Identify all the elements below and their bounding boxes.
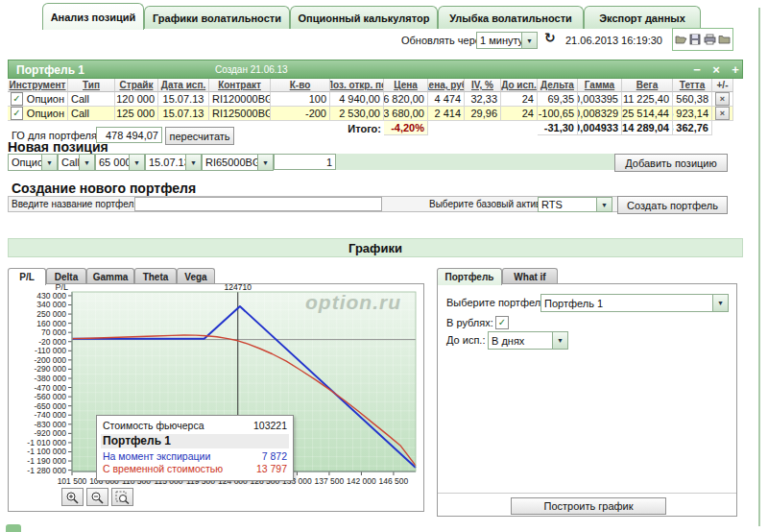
- totals-gamma: -0,004933: [578, 121, 622, 135]
- col-header-open-at[interactable]: Поз. откр. по: [330, 79, 384, 92]
- chevron-down-icon: ▼: [185, 155, 201, 170]
- chart-tab-vega[interactable]: Vega: [177, 268, 215, 284]
- svg-text:-920 000: -920 000: [34, 428, 66, 438]
- new-position-strike-select[interactable]: 65 000▼: [95, 154, 145, 171]
- chevron-down-icon: ▼: [257, 155, 273, 170]
- create-portfolio-button[interactable]: Создать портфель: [617, 196, 728, 214]
- base-asset-select[interactable]: RTS▼: [538, 197, 612, 212]
- save-icon[interactable]: [689, 34, 701, 45]
- options-analysis-page: Анализ позиций Графики волатильности Опц…: [0, 0, 768, 532]
- tab-data-export[interactable]: Экспорт данных: [584, 6, 701, 29]
- col-header-delta[interactable]: Дельта: [538, 79, 578, 92]
- portfolio-title: Портфель 1: [16, 63, 84, 77]
- tab-label: Экспорт данных: [599, 12, 685, 24]
- expiration-pl-label: На момент экспирации: [103, 450, 210, 463]
- add-position-button[interactable]: Добавить позицию: [614, 154, 728, 172]
- collapse-portfolio-button[interactable]: −: [688, 61, 706, 78]
- right-tab-whatif[interactable]: What if: [502, 268, 558, 284]
- col-header-qty[interactable]: К-во: [271, 79, 330, 92]
- portfolio-name-input[interactable]: [134, 197, 382, 211]
- cell-iv: 29,96: [465, 107, 501, 121]
- cell-price: 3 680,00: [384, 107, 428, 121]
- recalculate-button[interactable]: пересчитать: [165, 127, 234, 145]
- file-toolbar: [672, 28, 733, 51]
- cell-price-rub: 2 414: [428, 107, 465, 121]
- col-header-theta[interactable]: Тетта: [673, 79, 712, 92]
- table-header-row: Инструмент Тип Страйк Дата исп. Контракт…: [8, 79, 733, 92]
- add-portfolio-button[interactable]: +: [727, 61, 744, 78]
- refresh-interval-value: 1 минуту: [477, 35, 521, 46]
- chart-tab-gamma[interactable]: Gamma: [86, 268, 134, 284]
- new-position-expdate-select[interactable]: 15.07.13M▼: [145, 154, 202, 171]
- base-asset-label: Выберите базовый актив: [429, 199, 540, 209]
- col-header-exp-date[interactable]: Дата исп.: [158, 79, 209, 92]
- tab-option-calculator[interactable]: Опционный калькулятор: [290, 6, 438, 29]
- right-tab-portfolio[interactable]: Портфель: [437, 268, 502, 285]
- svg-text:-380 000: -380 000: [34, 374, 66, 383]
- svg-text:-830 000: -830 000: [34, 420, 66, 429]
- tab-volatility-smile[interactable]: Улыбка волатильности: [438, 6, 584, 29]
- new-position-type-select[interactable]: Call▼: [58, 154, 95, 171]
- cell-theta: 15 923,14: [673, 107, 712, 121]
- delete-position-button[interactable]: ×: [715, 107, 730, 120]
- tooltip-portfolio-name: Портфель 1: [101, 434, 289, 448]
- cell-actions: ×: [712, 92, 733, 107]
- chevron-down-icon: ▼: [41, 155, 57, 170]
- days-to-exp-select[interactable]: В днях▼: [488, 331, 568, 350]
- tab-volatility-charts[interactable]: Графики волатильности: [144, 6, 290, 29]
- cell-contract: RI120000BG3: [209, 92, 271, 107]
- col-header-strike[interactable]: Страйк: [115, 79, 158, 92]
- col-header-contract[interactable]: Контракт: [209, 79, 271, 92]
- cell-gamma: 0,003395: [578, 92, 622, 107]
- chart-tab-theta[interactable]: Theta: [134, 268, 177, 284]
- chart-tab-pl[interactable]: P/L: [8, 268, 46, 285]
- col-header-price[interactable]: Цена: [384, 79, 428, 92]
- chevron-down-icon: ▼: [521, 33, 537, 48]
- print-icon[interactable]: [704, 34, 716, 45]
- chevron-down-icon: ▼: [129, 155, 144, 170]
- chart-tab-delta[interactable]: Delta: [46, 268, 86, 284]
- svg-text:-1 010 000: -1 010 000: [27, 438, 66, 447]
- refresh-interval-select[interactable]: 1 минуту ▼: [476, 32, 538, 49]
- close-portfolio-button[interactable]: ×: [708, 61, 725, 78]
- rubles-checkbox[interactable]: ✓: [495, 316, 509, 329]
- svg-text:-740 000: -740 000: [34, 410, 66, 420]
- col-header-type[interactable]: Тип: [68, 79, 115, 92]
- new-position-contract-select[interactable]: RI65000BG3▼: [202, 154, 274, 171]
- open-file-icon[interactable]: [675, 34, 687, 45]
- svg-text:-20 000: -20 000: [38, 337, 66, 347]
- panel-divider: [438, 493, 736, 494]
- new-position-qty-input[interactable]: 1: [274, 154, 336, 170]
- col-header-iv[interactable]: IV, %: [465, 79, 501, 92]
- col-header-instrument[interactable]: Инструмент: [8, 79, 68, 92]
- svg-text:-1 100 000: -1 100 000: [27, 447, 66, 456]
- tab-label: Анализ позиций: [51, 12, 136, 23]
- col-header-vega[interactable]: Вега: [622, 79, 673, 92]
- cell-qty: -200: [271, 107, 330, 121]
- cell-contract: RI125000BG3: [209, 107, 271, 121]
- row-checkbox[interactable]: ✓: [11, 92, 23, 106]
- svg-text:124710: 124710: [225, 284, 252, 292]
- new-position-instrument-select[interactable]: Опцион▼: [8, 154, 58, 171]
- delete-position-button[interactable]: ×: [715, 92, 730, 106]
- cell-days: 24: [501, 92, 538, 107]
- col-header-actions: +/-: [712, 79, 733, 92]
- cell-open-at: 4 940,00: [330, 92, 384, 107]
- col-header-gamma[interactable]: Гамма: [578, 79, 622, 92]
- futures-price-label: Стоимость фьючерса: [103, 420, 204, 432]
- build-chart-button[interactable]: Построить график: [511, 497, 666, 515]
- folder-icon[interactable]: [718, 34, 731, 45]
- rubles-label: В рублях:: [446, 317, 493, 328]
- col-header-days[interactable]: До исп.: [501, 79, 538, 92]
- row-checkbox[interactable]: ✓: [11, 107, 23, 120]
- refresh-icon[interactable]: ↻: [544, 30, 556, 45]
- timevalue-pl-label: С временной стоимостью: [103, 463, 223, 475]
- chevron-down-icon: ▼: [552, 332, 567, 349]
- svg-text:-560 000: -560 000: [34, 392, 66, 401]
- tab-position-analysis[interactable]: Анализ позиций: [42, 3, 144, 30]
- expiration-pl-value: 7 872: [262, 450, 287, 463]
- portfolio-select[interactable]: Портфель 1▼: [540, 294, 729, 312]
- watermark: option.ru: [305, 291, 401, 314]
- col-header-price-rub[interactable]: Цена, руб.: [428, 79, 465, 92]
- new-portfolio-heading: Создание нового портфеля: [12, 181, 196, 196]
